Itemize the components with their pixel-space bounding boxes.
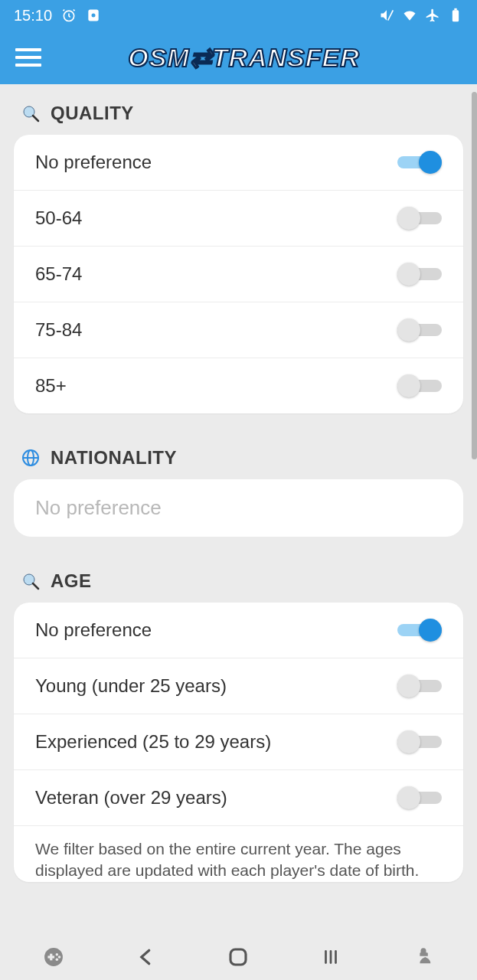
svg-rect-15 <box>50 954 52 961</box>
app-bar: OSM⇄TRANSFER <box>0 31 477 84</box>
option-label: 50-64 <box>35 207 82 229</box>
status-time: 15:10 <box>14 7 52 24</box>
screen-lock-button[interactable] <box>408 942 439 972</box>
game-tools-button[interactable] <box>38 942 69 972</box>
age-header-label: AGE <box>51 570 92 592</box>
option-label: No preference <box>35 152 152 173</box>
nationality-section-header: NATIONALITY <box>14 413 463 479</box>
mute-icon <box>379 8 394 23</box>
toggle-switch[interactable] <box>397 677 442 695</box>
back-button[interactable] <box>131 942 162 972</box>
svg-line-3 <box>388 10 394 20</box>
age-option[interactable]: Experienced (25 to 29 years) <box>14 714 463 770</box>
option-label: 65-74 <box>35 263 82 285</box>
age-option[interactable]: Young (under 25 years) <box>14 658 463 714</box>
svg-point-18 <box>56 959 58 961</box>
magnifier-icon <box>21 104 40 122</box>
content-area: QUALITY No preference 50-64 65-74 75-84 … <box>0 84 477 934</box>
option-label: No preference <box>35 619 152 641</box>
nationality-header-label: NATIONALITY <box>51 447 177 469</box>
option-label: 85+ <box>35 375 67 397</box>
quality-option[interactable]: 75-84 <box>14 302 463 358</box>
quality-option[interactable]: 50-64 <box>14 191 463 247</box>
globe-icon <box>21 449 40 467</box>
app-title: OSM⇄TRANSFER <box>57 42 462 73</box>
quality-option[interactable]: 85+ <box>14 358 463 413</box>
recent-apps-button[interactable] <box>315 942 346 972</box>
toggle-switch[interactable] <box>397 153 442 172</box>
magnifier-icon <box>21 572 40 590</box>
wifi-icon <box>402 8 417 23</box>
alarm-icon <box>61 8 77 23</box>
age-section-header: AGE <box>14 537 463 603</box>
svg-rect-19 <box>230 949 246 965</box>
svg-point-2 <box>92 14 96 18</box>
option-label: Experienced (25 to 29 years) <box>35 731 271 753</box>
svg-line-12 <box>33 583 38 589</box>
menu-button[interactable] <box>15 48 41 67</box>
age-card: No preference Young (under 25 years) Exp… <box>14 603 463 882</box>
status-bar: 15:10 <box>0 0 477 31</box>
toggle-switch[interactable] <box>397 377 442 395</box>
toggle-switch[interactable] <box>397 265 442 283</box>
option-label: Veteran (over 29 years) <box>35 787 227 808</box>
quality-option[interactable]: 65-74 <box>14 247 463 302</box>
age-footnote: We filter based on the entire current ye… <box>14 826 463 882</box>
airplane-icon <box>425 8 440 23</box>
quality-header-label: QUALITY <box>51 103 134 124</box>
quality-option[interactable]: No preference <box>14 135 463 191</box>
svg-point-16 <box>56 953 58 956</box>
toggle-switch[interactable] <box>397 789 442 807</box>
nationality-placeholder: No preference <box>35 496 162 519</box>
age-option[interactable]: Veteran (over 29 years) <box>14 770 463 826</box>
quality-section-header: QUALITY <box>14 84 463 135</box>
battery-icon <box>448 8 463 23</box>
app-indicator-icon <box>86 8 101 23</box>
option-label: 75-84 <box>35 319 82 341</box>
toggle-switch[interactable] <box>397 733 442 751</box>
toggle-switch[interactable] <box>397 621 442 639</box>
quality-card: No preference 50-64 65-74 75-84 85+ <box>14 135 463 413</box>
svg-point-17 <box>58 956 60 958</box>
home-button[interactable] <box>223 942 253 972</box>
option-label: Young (under 25 years) <box>35 675 227 697</box>
nationality-input[interactable]: No preference <box>14 479 463 537</box>
system-nav-bar <box>0 934 477 980</box>
toggle-switch[interactable] <box>397 209 442 227</box>
scrollbar[interactable] <box>472 92 477 459</box>
toggle-switch[interactable] <box>397 321 442 339</box>
svg-line-7 <box>33 116 38 121</box>
age-option[interactable]: No preference <box>14 603 463 658</box>
svg-rect-4 <box>452 10 459 21</box>
svg-rect-5 <box>454 8 456 11</box>
